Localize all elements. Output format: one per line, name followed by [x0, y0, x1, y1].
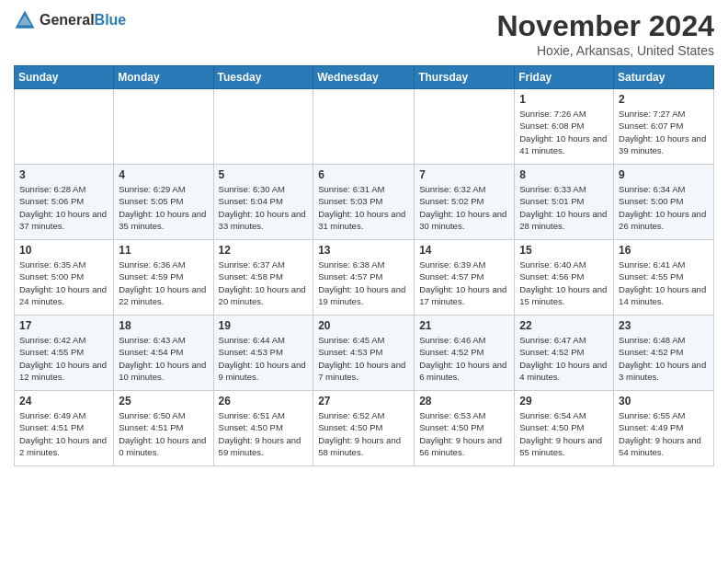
calendar-week-row: 1Sunrise: 7:26 AM Sunset: 6:08 PM Daylig…: [15, 89, 714, 165]
day-number: 2: [619, 93, 709, 106]
day-info: Sunrise: 6:52 AM Sunset: 4:50 PM Dayligh…: [318, 409, 409, 458]
calendar-cell: 22Sunrise: 6:47 AM Sunset: 4:52 PM Dayli…: [515, 316, 614, 391]
day-number: 18: [119, 319, 208, 332]
day-info: Sunrise: 6:42 AM Sunset: 4:55 PM Dayligh…: [19, 334, 108, 383]
day-info: Sunrise: 6:33 AM Sunset: 5:01 PM Dayligh…: [519, 183, 609, 232]
day-number: 22: [519, 319, 609, 332]
title-block: November 2024 Hoxie, Arkansas, United St…: [496, 9, 714, 58]
calendar-cell: 24Sunrise: 6:49 AM Sunset: 4:51 PM Dayli…: [15, 391, 114, 466]
day-info: Sunrise: 6:51 AM Sunset: 4:50 PM Dayligh…: [219, 409, 309, 458]
day-number: 16: [619, 244, 709, 257]
logo-text: GeneralBlue: [40, 12, 126, 29]
calendar-week-row: 10Sunrise: 6:35 AM Sunset: 5:00 PM Dayli…: [15, 240, 714, 316]
day-info: Sunrise: 6:40 AM Sunset: 4:56 PM Dayligh…: [519, 259, 609, 307]
day-number: 1: [519, 93, 609, 106]
calendar-body: 1Sunrise: 7:26 AM Sunset: 6:08 PM Daylig…: [15, 89, 714, 466]
logo-general: General: [40, 12, 95, 28]
logo: GeneralBlue: [14, 9, 126, 31]
day-info: Sunrise: 6:49 AM Sunset: 4:51 PM Dayligh…: [19, 409, 108, 458]
day-info: Sunrise: 6:35 AM Sunset: 5:00 PM Dayligh…: [19, 259, 108, 307]
calendar-cell: [15, 89, 114, 165]
day-info: Sunrise: 6:46 AM Sunset: 4:52 PM Dayligh…: [419, 334, 509, 383]
calendar-cell: [213, 89, 313, 165]
day-info: Sunrise: 6:41 AM Sunset: 4:55 PM Dayligh…: [619, 259, 709, 307]
day-info: Sunrise: 6:54 AM Sunset: 4:50 PM Dayligh…: [519, 409, 609, 458]
calendar-cell: 23Sunrise: 6:48 AM Sunset: 4:52 PM Dayli…: [614, 316, 714, 391]
weekday-header: Tuesday: [213, 66, 313, 89]
day-info: Sunrise: 6:48 AM Sunset: 4:52 PM Dayligh…: [619, 334, 709, 383]
calendar-cell: 21Sunrise: 6:46 AM Sunset: 4:52 PM Dayli…: [415, 316, 515, 391]
day-number: 28: [419, 395, 509, 408]
location: Hoxie, Arkansas, United States: [496, 43, 714, 58]
calendar-cell: 19Sunrise: 6:44 AM Sunset: 4:53 PM Dayli…: [213, 316, 313, 391]
day-number: 4: [119, 168, 208, 181]
day-number: 15: [519, 244, 609, 257]
day-number: 13: [318, 244, 409, 257]
calendar-cell: 15Sunrise: 6:40 AM Sunset: 4:56 PM Dayli…: [515, 240, 614, 316]
day-info: Sunrise: 7:26 AM Sunset: 6:08 PM Dayligh…: [519, 108, 609, 156]
calendar-week-row: 24Sunrise: 6:49 AM Sunset: 4:51 PM Dayli…: [15, 391, 714, 466]
day-number: 10: [19, 244, 108, 257]
weekday-header: Wednesday: [313, 66, 415, 89]
day-info: Sunrise: 6:43 AM Sunset: 4:54 PM Dayligh…: [119, 334, 208, 383]
calendar-cell: 8Sunrise: 6:33 AM Sunset: 5:01 PM Daylig…: [515, 165, 614, 240]
day-number: 23: [619, 319, 709, 332]
weekday-header: Saturday: [614, 66, 714, 89]
calendar-cell: 20Sunrise: 6:45 AM Sunset: 4:53 PM Dayli…: [313, 316, 415, 391]
calendar-cell: 14Sunrise: 6:39 AM Sunset: 4:57 PM Dayli…: [415, 240, 515, 316]
day-number: 27: [318, 395, 409, 408]
day-info: Sunrise: 6:45 AM Sunset: 4:53 PM Dayligh…: [318, 334, 409, 383]
weekday-header: Monday: [114, 66, 213, 89]
day-number: 8: [519, 168, 609, 181]
calendar-cell: 11Sunrise: 6:36 AM Sunset: 4:59 PM Dayli…: [114, 240, 213, 316]
day-info: Sunrise: 6:38 AM Sunset: 4:57 PM Dayligh…: [318, 259, 409, 307]
header: GeneralBlue November 2024 Hoxie, Arkansa…: [14, 9, 714, 58]
calendar-cell: 3Sunrise: 6:28 AM Sunset: 5:06 PM Daylig…: [15, 165, 114, 240]
calendar-cell: 28Sunrise: 6:53 AM Sunset: 4:50 PM Dayli…: [415, 391, 515, 466]
day-info: Sunrise: 6:31 AM Sunset: 5:03 PM Dayligh…: [318, 183, 409, 232]
calendar-cell: 4Sunrise: 6:29 AM Sunset: 5:05 PM Daylig…: [114, 165, 213, 240]
day-info: Sunrise: 6:36 AM Sunset: 4:59 PM Dayligh…: [119, 259, 208, 307]
day-info: Sunrise: 6:39 AM Sunset: 4:57 PM Dayligh…: [419, 259, 509, 307]
weekday-header: Thursday: [415, 66, 515, 89]
calendar-cell: 1Sunrise: 7:26 AM Sunset: 6:08 PM Daylig…: [515, 89, 614, 165]
weekday-row: SundayMondayTuesdayWednesdayThursdayFrid…: [15, 66, 714, 89]
calendar: SundayMondayTuesdayWednesdayThursdayFrid…: [14, 65, 714, 466]
day-number: 20: [318, 319, 409, 332]
day-number: 7: [419, 168, 509, 181]
day-number: 26: [219, 395, 309, 408]
day-info: Sunrise: 6:50 AM Sunset: 4:51 PM Dayligh…: [119, 409, 208, 458]
day-number: 19: [219, 319, 309, 332]
weekday-header: Sunday: [15, 66, 114, 89]
calendar-cell: 13Sunrise: 6:38 AM Sunset: 4:57 PM Dayli…: [313, 240, 415, 316]
calendar-cell: 16Sunrise: 6:41 AM Sunset: 4:55 PM Dayli…: [614, 240, 714, 316]
day-number: 25: [119, 395, 208, 408]
calendar-week-row: 17Sunrise: 6:42 AM Sunset: 4:55 PM Dayli…: [15, 316, 714, 391]
day-number: 9: [619, 168, 709, 181]
day-number: 12: [219, 244, 309, 257]
calendar-cell: 5Sunrise: 6:30 AM Sunset: 5:04 PM Daylig…: [213, 165, 313, 240]
day-number: 30: [619, 395, 709, 408]
day-number: 5: [219, 168, 309, 181]
month-title: November 2024: [496, 9, 714, 43]
calendar-header: SundayMondayTuesdayWednesdayThursdayFrid…: [15, 66, 714, 89]
logo-blue: Blue: [95, 12, 127, 28]
calendar-cell: [415, 89, 515, 165]
calendar-cell: 27Sunrise: 6:52 AM Sunset: 4:50 PM Dayli…: [313, 391, 415, 466]
day-number: 21: [419, 319, 509, 332]
calendar-cell: 25Sunrise: 6:50 AM Sunset: 4:51 PM Dayli…: [114, 391, 213, 466]
day-info: Sunrise: 6:53 AM Sunset: 4:50 PM Dayligh…: [419, 409, 509, 458]
day-number: 17: [19, 319, 108, 332]
calendar-cell: 9Sunrise: 6:34 AM Sunset: 5:00 PM Daylig…: [614, 165, 714, 240]
weekday-header: Friday: [515, 66, 614, 89]
day-info: Sunrise: 6:44 AM Sunset: 4:53 PM Dayligh…: [219, 334, 309, 383]
day-info: Sunrise: 6:30 AM Sunset: 5:04 PM Dayligh…: [219, 183, 309, 232]
day-info: Sunrise: 6:29 AM Sunset: 5:05 PM Dayligh…: [119, 183, 208, 232]
day-info: Sunrise: 6:47 AM Sunset: 4:52 PM Dayligh…: [519, 334, 609, 383]
calendar-cell: 18Sunrise: 6:43 AM Sunset: 4:54 PM Dayli…: [114, 316, 213, 391]
calendar-cell: 12Sunrise: 6:37 AM Sunset: 4:58 PM Dayli…: [213, 240, 313, 316]
calendar-cell: 7Sunrise: 6:32 AM Sunset: 5:02 PM Daylig…: [415, 165, 515, 240]
calendar-cell: 30Sunrise: 6:55 AM Sunset: 4:49 PM Dayli…: [614, 391, 714, 466]
day-info: Sunrise: 6:32 AM Sunset: 5:02 PM Dayligh…: [419, 183, 509, 232]
page: GeneralBlue November 2024 Hoxie, Arkansa…: [0, 0, 728, 563]
